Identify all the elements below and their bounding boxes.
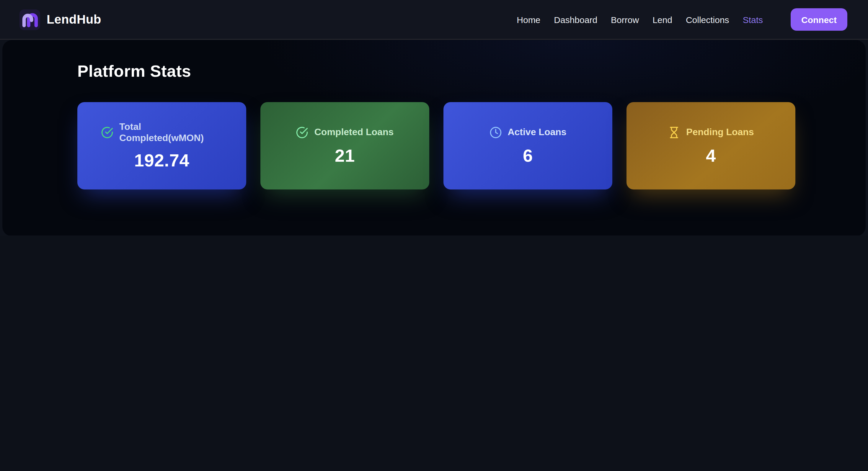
nav-links: Home Dashboard Borrow Lend Collections S… — [517, 8, 847, 31]
hourglass-icon — [668, 126, 680, 138]
nav-link-home[interactable]: Home — [517, 14, 540, 25]
stat-value: 192.74 — [134, 151, 189, 170]
stat-value: 4 — [706, 146, 716, 165]
lendhub-logo-icon — [20, 9, 40, 30]
check-circle-icon — [101, 126, 113, 138]
stat-label: Active Loans — [507, 127, 566, 138]
stat-label: Total Completed(wMON) — [119, 121, 223, 144]
platform-stats-section: Platform Stats Total Completed(wMON) 192… — [2, 40, 866, 236]
brand[interactable]: LendHub — [20, 9, 101, 30]
stat-card-total-completed: Total Completed(wMON) 192.74 — [78, 102, 246, 189]
check-circle-icon — [296, 126, 309, 138]
stat-card-completed-loans: Completed Loans 21 — [260, 102, 429, 189]
stat-cards: Total Completed(wMON) 192.74 Completed L… — [78, 102, 866, 189]
nav-link-lend[interactable]: Lend — [652, 14, 672, 25]
nav-link-dashboard[interactable]: Dashboard — [554, 14, 597, 25]
stat-value: 6 — [523, 146, 533, 165]
stat-value: 21 — [335, 146, 355, 165]
navbar: LendHub Home Dashboard Borrow Lend Colle… — [0, 0, 868, 39]
stat-card-active-loans: Active Loans 6 — [443, 102, 612, 189]
page-title: Platform Stats — [78, 62, 866, 81]
brand-name: LendHub — [46, 12, 101, 27]
connect-button[interactable]: Connect — [790, 8, 847, 31]
nav-link-borrow[interactable]: Borrow — [611, 14, 639, 25]
nav-link-stats[interactable]: Stats — [743, 14, 763, 25]
stat-label: Pending Loans — [686, 127, 754, 138]
clock-icon — [489, 126, 502, 138]
nav-link-collections[interactable]: Collections — [686, 14, 729, 25]
stat-card-pending-loans: Pending Loans 4 — [626, 102, 795, 189]
app: LendHub Home Dashboard Borrow Lend Colle… — [0, 0, 868, 236]
stat-label: Completed Loans — [314, 127, 394, 138]
